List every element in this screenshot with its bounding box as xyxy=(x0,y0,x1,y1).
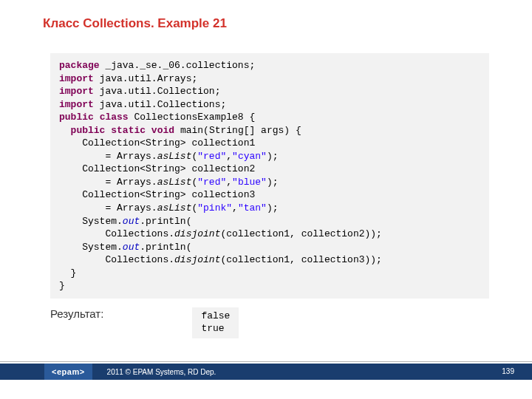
copyright-text: 2011 © EPAM Systems, RD Dep. xyxy=(107,368,216,376)
result-row: Результат: false true xyxy=(50,307,532,338)
footer-separator xyxy=(0,361,532,362)
code-block: package _java._se._06.collections; impor… xyxy=(50,53,489,299)
slide-title: Класс Collections. Example 21 xyxy=(0,0,532,31)
output-box: false true xyxy=(192,307,239,338)
epam-logo: <epam> xyxy=(44,364,92,380)
page-number: 139 xyxy=(497,366,519,377)
result-label: Результат: xyxy=(50,307,103,320)
footer-bar: <epam> 2011 © EPAM Systems, RD Dep. xyxy=(0,364,532,380)
